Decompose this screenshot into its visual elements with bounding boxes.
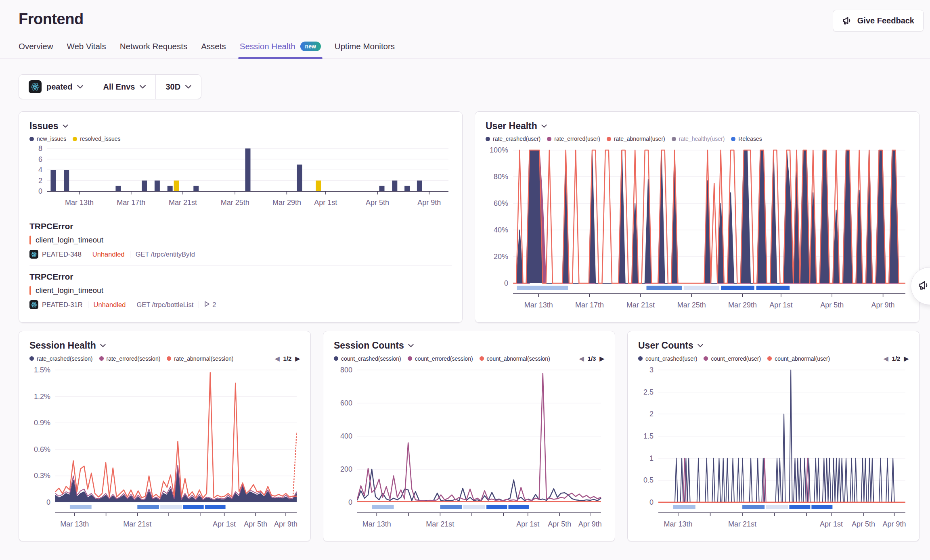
user-health-panel-title: User Health	[486, 121, 537, 132]
tab-web-vitals[interactable]: Web Vitals	[67, 42, 106, 59]
date-range-selector-label: 30D	[165, 82, 180, 92]
legend-prev-button[interactable]: ◀	[275, 355, 280, 361]
legend-item-rate-crashed-user[interactable]: rate_crashed(user)	[486, 136, 540, 142]
svg-text:0: 0	[504, 279, 508, 287]
legend-item-count-crashed-session[interactable]: count_crashed(session)	[334, 355, 401, 362]
chevron-down-icon[interactable]	[698, 344, 703, 347]
svg-text:Apr 5th: Apr 5th	[366, 199, 389, 207]
svg-text:Apr 5th: Apr 5th	[244, 520, 267, 528]
user-counts-chart[interactable]: 32.521.510.50Mar 13thMar 21stApr 1stApr …	[638, 365, 909, 531]
issue-culprit: client_login_timeout	[36, 236, 103, 244]
issues-list: TRPCError client_login_timeout PEATED-34…	[29, 215, 452, 316]
legend-next-button[interactable]: ▶	[295, 355, 300, 361]
session-counts-legend: count_crashed(session) count_errored(ses…	[334, 355, 604, 362]
user-health-chart[interactable]: 100%80%60%40%20%0Mar 13thMar 17thMar 21s…	[486, 145, 909, 311]
page-filter-bar: peated All Envs 30D	[19, 74, 201, 99]
legend-item-rate-errored-user[interactable]: rate_errored(user)	[547, 136, 600, 142]
legend-dot	[638, 356, 643, 361]
legend-item-count-crashed-user[interactable]: count_crashed(user)	[638, 355, 697, 362]
svg-text:2: 2	[649, 410, 654, 418]
page-title: Frontend	[19, 10, 911, 28]
legend-page-indicator: 1/3	[588, 355, 596, 362]
legend-item-count-errored-session[interactable]: count_errored(session)	[408, 355, 473, 362]
legend-label: rate_abnormal(session)	[174, 355, 233, 362]
session-counts-chart[interactable]: 8006004002000Mar 13thMar 21stApr 1stApr …	[334, 365, 604, 531]
tab-uptime-monitors[interactable]: Uptime Monitors	[335, 42, 395, 59]
chevron-down-icon	[140, 85, 146, 89]
legend-item-rate-errored-session[interactable]: rate_errored(session)	[99, 355, 161, 362]
issue-transaction: GET /trpc/entityById	[136, 251, 195, 258]
date-range-selector[interactable]: 30D	[155, 75, 201, 99]
svg-text:Apr 5th: Apr 5th	[548, 520, 571, 528]
legend-dot	[73, 137, 77, 141]
legend-item-releases[interactable]: Releases	[731, 136, 762, 142]
issue-title[interactable]: TRPCError	[29, 272, 452, 282]
severity-bar	[29, 236, 31, 244]
issue-title[interactable]: TRPCError	[29, 221, 452, 231]
svg-text:Apr 1st: Apr 1st	[314, 199, 337, 207]
svg-text:Apr 1st: Apr 1st	[769, 301, 792, 309]
session-health-legend: rate_crashed(session) rate_errored(sessi…	[29, 355, 300, 362]
tab-overview[interactable]: Overview	[19, 42, 53, 59]
environment-selector-label: All Envs	[103, 82, 135, 92]
legend-item-count-errored-user[interactable]: count_errored(user)	[704, 355, 761, 362]
svg-text:1.5%: 1.5%	[34, 366, 50, 374]
svg-text:Mar 13th: Mar 13th	[362, 520, 391, 528]
svg-text:Mar 21st: Mar 21st	[426, 520, 454, 528]
session-counts-panel: Session Counts count_crashed(session) co…	[323, 331, 615, 541]
issues-bar-chart[interactable]: 86420Mar 13thMar 17thMar 21stMar 25thMar…	[29, 144, 452, 215]
legend-prev-button[interactable]: ◀	[884, 355, 888, 361]
legend-prev-button[interactable]: ◀	[579, 355, 584, 361]
legend-item-rate-healthy-user[interactable]: rate_healthy(user)	[672, 136, 725, 142]
legend-dot	[408, 356, 412, 361]
svg-text:Mar 13th: Mar 13th	[60, 520, 89, 528]
tab-assets[interactable]: Assets	[201, 42, 226, 59]
svg-text:6: 6	[38, 155, 42, 163]
issue-row[interactable]: TRPCError client_login_timeout PEATED-34…	[29, 215, 452, 265]
svg-text:40%: 40%	[494, 226, 508, 234]
chevron-down-icon[interactable]	[63, 124, 68, 128]
legend-item-count-abnormal-user[interactable]: count_abnormal(user)	[767, 355, 830, 362]
legend-next-button[interactable]: ▶	[904, 355, 909, 361]
environment-selector[interactable]: All Envs	[93, 75, 155, 99]
legend-dot	[480, 356, 484, 361]
legend-item-rate-abnormal-session[interactable]: rate_abnormal(session)	[167, 355, 233, 362]
svg-text:0.9%: 0.9%	[34, 419, 50, 427]
chevron-down-icon	[185, 85, 191, 89]
session-health-chart[interactable]: 1.5%1.2%0.9%0.6%0.3%0Mar 13thMar 21stApr…	[29, 365, 300, 531]
legend-item-rate-crashed-session[interactable]: rate_crashed(session)	[29, 355, 93, 362]
chevron-down-icon[interactable]	[100, 344, 106, 347]
give-feedback-button[interactable]: Give Feedback	[833, 10, 924, 31]
svg-text:100%: 100%	[490, 146, 508, 154]
chevron-down-icon[interactable]	[408, 344, 414, 347]
tab-session-health[interactable]: Session Health new	[240, 42, 321, 59]
svg-text:1.5: 1.5	[643, 432, 654, 440]
chevron-down-icon[interactable]	[541, 124, 547, 128]
svg-text:Mar 21st: Mar 21st	[626, 301, 655, 309]
play-icon	[204, 301, 210, 309]
legend-item-rate-abnormal-user[interactable]: rate_abnormal(user)	[607, 136, 665, 142]
legend-label: count_crashed(session)	[341, 355, 401, 362]
legend-item-count-abnormal-session[interactable]: count_abnormal(session)	[480, 355, 550, 362]
svg-text:Mar 17th: Mar 17th	[117, 199, 145, 207]
legend-label: count_crashed(user)	[645, 355, 697, 362]
legend-item-new-issues[interactable]: new_issues	[29, 136, 66, 142]
svg-text:20%: 20%	[494, 253, 508, 261]
project-selector[interactable]: peated	[19, 75, 93, 99]
svg-text:Mar 17th: Mar 17th	[575, 301, 604, 309]
svg-text:Mar 25th: Mar 25th	[677, 301, 706, 309]
legend-dot	[672, 137, 676, 141]
svg-text:8: 8	[38, 144, 42, 153]
svg-text:Mar 21st: Mar 21st	[728, 520, 756, 528]
tab-network-requests[interactable]: Network Requests	[120, 42, 187, 59]
charts-row-1: Issues new_issues resolved_issues 86420M…	[19, 111, 920, 323]
svg-text:Mar 21st: Mar 21st	[123, 520, 151, 528]
svg-text:0.5: 0.5	[643, 476, 654, 484]
give-feedback-label: Give Feedback	[857, 16, 914, 25]
issue-row[interactable]: TRPCError client_login_timeout PEATED-31…	[29, 265, 452, 316]
svg-text:4: 4	[38, 166, 42, 174]
svg-text:Mar 29th: Mar 29th	[272, 199, 301, 207]
legend-next-button[interactable]: ▶	[599, 355, 604, 361]
user-health-panel: User Health rate_crashed(user) rate_erro…	[475, 111, 920, 323]
legend-item-resolved-issues[interactable]: resolved_issues	[73, 136, 120, 142]
